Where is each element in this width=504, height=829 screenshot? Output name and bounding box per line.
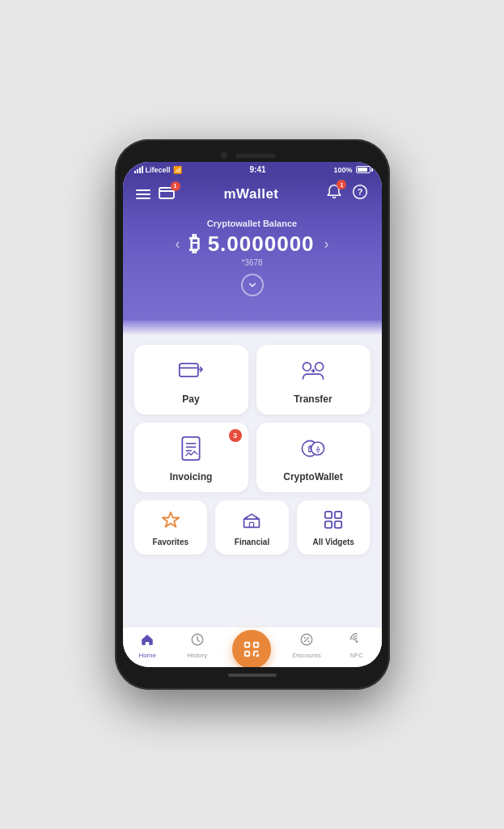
financial-label: Financial [235,538,269,546]
svg-rect-20 [325,521,332,528]
balance-next-button[interactable]: › [321,236,332,253]
phone-notch [123,147,382,162]
header-right: 1 ? [326,184,368,204]
currency-symbol: ₿ [189,232,207,256]
extras-grid: Favorites Financial [134,500,371,555]
svg-rect-4 [180,363,198,376]
svg-rect-18 [325,512,332,518]
home-indicator [228,674,277,677]
header-left: 1 [136,185,176,203]
cryptowallet-label: CryptoWallet [283,471,343,483]
svg-rect-16 [244,519,260,527]
invoicing-label: Invoicing [170,471,213,483]
svg-rect-21 [335,521,341,528]
transfer-card[interactable]: Transfer [256,345,371,414]
history-label: History [187,652,207,659]
nav-home[interactable]: Home [123,632,173,659]
nfc-label: NFC [349,652,362,659]
camera [221,152,227,159]
transfer-label: Transfer [294,393,332,405]
main-content: Pay Transfer 3 [123,335,382,627]
app-title: mWallet [223,186,278,202]
battery-label: 100% [333,166,352,174]
nav-discounts[interactable]: Discounts [282,632,332,659]
svg-point-7 [316,363,324,371]
cryptowallet-card[interactable]: ₿ ⟠ CryptoWallet [256,423,371,492]
all-vidgets-card[interactable]: All Vidgets [297,500,371,555]
app-header: 1 mWallet 1 ? [123,177,382,210]
time-display: 9:41 [249,165,265,174]
svg-rect-25 [245,651,250,656]
svg-point-34 [355,640,358,643]
invoicing-card[interactable]: 3 Invoicing [134,423,248,492]
favorites-icon [161,510,180,533]
favorites-label: Favorites [153,538,188,546]
nav-history[interactable]: History [172,632,222,659]
svg-rect-23 [245,642,250,647]
status-right: 100% [333,166,370,174]
scan-button[interactable] [232,630,271,668]
balance-account: *3678 [139,258,366,267]
transfer-icon [300,358,326,387]
balance-prev-button[interactable]: ‹ [172,236,183,253]
menu-button[interactable] [136,189,150,199]
svg-rect-17 [250,522,254,527]
card-badge: 1 [171,181,180,191]
status-left: Lifecell 📶 [134,166,182,174]
battery-icon [356,166,371,173]
discounts-icon [299,632,314,650]
all-vidgets-icon [324,510,343,533]
balance-label: Cryptowallet Balance [139,219,366,228]
wifi-icon: 📶 [173,166,182,174]
carrier-label: Lifecell [146,166,171,174]
notification-button[interactable]: 1 [326,184,342,204]
balance-amount: ₿ 5.0000000 [189,232,314,257]
svg-point-32 [304,637,306,639]
home-label: Home [139,652,156,659]
pay-card[interactable]: Pay [134,345,248,414]
favorites-card[interactable]: Favorites [134,500,208,555]
signal-icon [134,166,143,173]
svg-text:?: ? [358,187,363,197]
svg-rect-24 [254,642,259,647]
balance-section: Cryptowallet Balance ‹ ₿ 5.0000000 › *36… [123,210,382,321]
invoicing-badge: 3 [229,429,242,442]
invoicing-icon [178,436,204,465]
pay-label: Pay [182,393,199,405]
history-icon [190,632,205,650]
all-vidgets-label: All Vidgets [312,538,354,546]
discounts-label: Discounts [293,652,321,659]
action-grid: Pay Transfer 3 [134,345,371,492]
status-bar: Lifecell 📶 9:41 100% [123,162,382,177]
wave-divider [123,321,382,335]
bottom-nav: Home History [123,627,382,667]
phone-frame: Lifecell 📶 9:41 100% [115,139,390,690]
svg-point-33 [307,640,309,642]
pay-icon [178,358,204,387]
nfc-icon [349,632,364,650]
expand-button[interactable] [241,274,264,296]
financial-icon [242,510,261,533]
help-button[interactable]: ? [352,184,368,204]
svg-rect-19 [335,512,341,518]
svg-rect-8 [182,437,199,460]
phone-bottom [123,667,382,682]
notification-badge: 1 [337,180,346,189]
balance-row: ‹ ₿ 5.0000000 › [139,232,366,257]
phone-screen: Lifecell 📶 9:41 100% [123,162,382,667]
speaker [235,154,276,158]
cryptowallet-icon: ₿ ⟠ [300,436,326,465]
home-icon [140,632,155,650]
nav-nfc[interactable]: NFC [332,632,382,659]
card-button[interactable]: 1 [159,185,176,203]
financial-card[interactable]: Financial [215,500,289,555]
svg-point-6 [303,363,311,371]
